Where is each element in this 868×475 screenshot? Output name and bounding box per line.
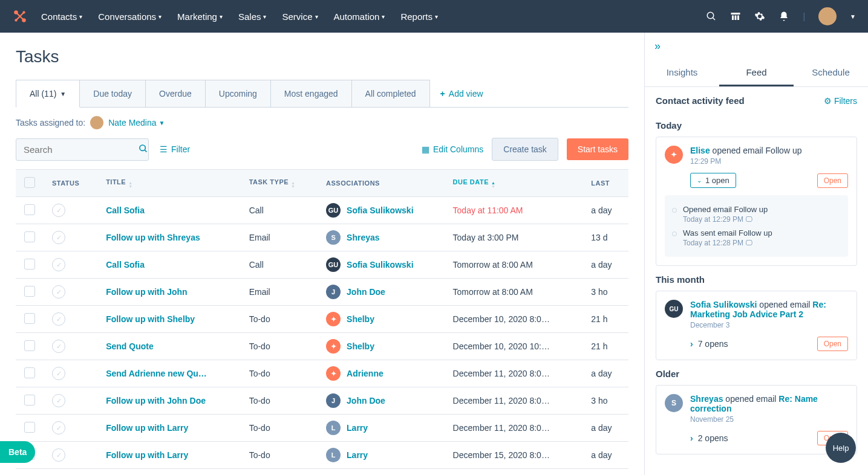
topnav-item-automation[interactable]: Automation▾ [334,11,385,22]
association-link[interactable]: John Doe [347,396,385,406]
task-title-link[interactable]: Follow up with Larry [106,450,188,460]
account-menu-chevron-icon[interactable]: ▼ [850,13,856,20]
task-title-link[interactable]: Send Adrienne new Qu… [106,369,207,378]
due-date-cell: December 10, 2020 10:… [445,333,583,360]
topnav-item-service[interactable]: Service▾ [282,11,318,22]
row-checkbox[interactable] [24,231,35,242]
topnav-item-sales[interactable]: Sales▾ [238,11,267,22]
add-view-button[interactable]: + Add view [429,80,494,107]
view-tab[interactable]: Overdue [145,80,206,107]
task-title-link[interactable]: Follow up with Shreyas [106,233,200,242]
marketplace-icon[interactable] [730,11,741,22]
settings-gear-icon[interactable] [754,11,765,22]
user-avatar[interactable] [818,7,837,25]
association-link[interactable]: Adrienne [347,369,383,378]
chevron-down-icon: ⌄ [697,177,702,184]
tab-schedule[interactable]: Schedule [794,60,868,86]
open-button[interactable]: Open [817,337,848,351]
association-link[interactable]: Sofia Sulikowski [347,260,413,270]
collapse-sidebar-button[interactable]: » [645,33,868,60]
status-toggle[interactable] [52,340,65,353]
task-title-link[interactable]: Call Sofia [106,260,145,270]
topnav-item-marketing[interactable]: Marketing▾ [177,11,223,22]
task-title-link[interactable]: Follow up with John Doe [106,396,206,406]
view-tab[interactable]: Due today [79,80,146,107]
topnav-item-reports[interactable]: Reports▾ [400,11,438,22]
feed-contact-link[interactable]: Sofia Sulikowski [690,300,757,309]
opens-expand-button[interactable]: ⌄ 1 open [690,173,736,188]
create-task-button[interactable]: Create task [492,138,558,161]
hubspot-logo-icon[interactable] [12,8,28,24]
association-link[interactable]: Shreyas [347,233,379,242]
row-checkbox[interactable] [24,395,35,406]
feed-contact-link[interactable]: Shreyas [690,394,723,404]
association-link[interactable]: Sofia Sulikowski [347,205,413,215]
status-toggle[interactable] [52,231,65,244]
task-title-link[interactable]: Follow up with Shelby [106,314,195,324]
tab-insights[interactable]: Insights [645,60,719,86]
status-toggle[interactable] [52,312,65,326]
row-checkbox[interactable] [24,259,35,270]
column-title[interactable]: TITLE▲▼ [97,170,241,197]
tab-feed[interactable]: Feed [719,60,794,86]
association-link[interactable]: John Doe [347,287,385,297]
edit-columns-button[interactable]: ▦ Edit Columns [422,144,483,154]
search-icon[interactable] [706,11,717,22]
search-box[interactable] [16,138,149,161]
column-associations[interactable]: ASSOCIATIONS [318,170,445,197]
row-checkbox[interactable] [24,286,35,297]
status-toggle[interactable] [52,421,65,435]
column-status[interactable]: STATUS [44,170,97,197]
last-cell: a day [582,442,628,469]
view-tab[interactable]: All (11) ▼ [16,80,80,108]
association-link[interactable]: Shelby [347,314,374,324]
task-title-link[interactable]: Call Sofia [106,205,145,215]
feed-filters-button[interactable]: ⚙ Filters [824,96,857,106]
opens-count: 1 open [705,176,729,185]
start-tasks-button[interactable]: Start tasks [567,138,628,160]
notifications-bell-icon[interactable] [778,11,789,22]
status-toggle[interactable] [52,258,65,271]
topnav-item-contacts[interactable]: Contacts▾ [41,11,82,22]
topnav-item-conversations[interactable]: Conversations▾ [98,11,162,22]
association-link[interactable]: Larry [347,423,368,433]
search-input[interactable] [24,144,139,155]
filter-button[interactable]: ☰ Filter [160,144,190,154]
view-tab[interactable]: Most engaged [270,80,352,107]
assignee-dropdown[interactable]: Nate Medina ▼ [108,118,165,128]
row-checkbox[interactable] [24,367,35,378]
status-toggle[interactable] [52,394,65,407]
association-link[interactable]: Larry [347,450,368,460]
table-row: Follow up with John DoeTo-doJJohn DoeDec… [16,387,628,415]
column-task-type[interactable]: TASK TYPE▲▼ [241,170,318,197]
association-link[interactable]: Shelby [347,341,374,351]
feed-title: Contact activity feed [656,95,745,106]
beta-badge[interactable]: Beta [0,441,35,463]
association-avatar: L [326,421,341,435]
status-toggle[interactable] [52,204,65,217]
row-checkbox[interactable] [24,313,35,324]
task-title-link[interactable]: Follow up with Larry [106,423,188,433]
chevron-right-icon[interactable]: › [690,339,693,349]
view-tab[interactable]: Upcoming [205,80,271,107]
chevron-right-icon[interactable]: › [690,433,693,443]
column-due-date[interactable]: DUE DATE▲▼ [445,170,583,197]
status-toggle[interactable] [52,367,65,380]
table-row: Follow up with LarryTo-doLLarryDecember … [16,415,628,442]
status-toggle[interactable] [52,448,65,462]
task-title-link[interactable]: Send Quote [106,341,154,351]
open-button[interactable]: Open [817,173,848,188]
table-row: Send QuoteTo-do✦ShelbyDecember 10, 2020 … [16,333,628,360]
row-checkbox[interactable] [24,204,35,215]
feed-contact-link[interactable]: Elise [690,146,710,155]
feed-time: 12:29 PM [690,157,848,166]
row-checkbox[interactable] [24,422,35,433]
row-checkbox[interactable] [24,340,35,351]
select-all-checkbox[interactable] [24,177,35,188]
column-last[interactable]: LAST [582,170,628,197]
task-title-link[interactable]: Follow up with John [106,287,188,297]
help-button[interactable]: Help [826,433,856,463]
view-tab[interactable]: All completed [351,80,430,107]
status-toggle[interactable] [52,285,65,299]
feed-action-text: opened email [723,394,778,404]
